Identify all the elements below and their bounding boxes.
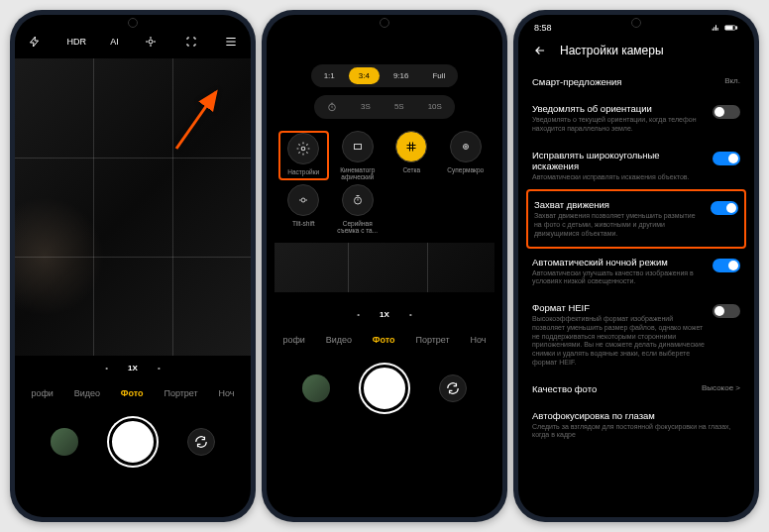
switch-camera-button[interactable] xyxy=(187,428,215,456)
tool-tiltshift[interactable]: Tilt-shift xyxy=(278,184,329,234)
zoom-wide[interactable]: • xyxy=(357,310,360,319)
shutter-button[interactable] xyxy=(109,418,157,466)
camera-notch xyxy=(128,18,138,28)
mode-night[interactable]: Ноч xyxy=(471,335,487,345)
signal-icon xyxy=(711,24,720,32)
camera-options-panel: 1:1 3:4 9:16 Full 3S 5S 10S Настройки Ки… xyxy=(267,54,502,302)
setting-description: Высокоэффективный формат изображений поз… xyxy=(532,315,705,368)
setting-description: Автоматически улучшать качество изображе… xyxy=(532,269,705,287)
page-title: Настройки камеры xyxy=(560,44,664,57)
mode-pro[interactable]: рофи xyxy=(31,388,53,398)
aspect-ratio-selector: 1:1 3:4 9:16 Full xyxy=(311,64,459,87)
mode-video[interactable]: Видео xyxy=(326,335,352,345)
timer-3s[interactable]: 3S xyxy=(351,98,381,116)
tool-burst[interactable]: Серийная съемка с та... xyxy=(333,184,384,234)
switch-camera-button[interactable] xyxy=(439,374,467,402)
tool-tiltshift-label: Tilt-shift xyxy=(292,220,315,227)
mode-video[interactable]: Видео xyxy=(74,388,100,398)
setting-smart-suggestions[interactable]: Смарт-предложения Вкл. xyxy=(532,68,740,95)
tool-macro-label: Супермакро xyxy=(447,166,484,173)
zoom-selector: • 1X • xyxy=(267,302,502,327)
setting-motion-capture: Захват движения Захват движения позволяе… xyxy=(526,189,746,248)
zoom-1x[interactable]: 1X xyxy=(380,310,389,319)
toggle-switch[interactable] xyxy=(713,152,740,165)
tool-settings[interactable]: Настройки xyxy=(278,131,329,180)
camera-app-screen-expanded: 1:1 3:4 9:16 Full 3S 5S 10S Настройки Ки… xyxy=(267,15,502,517)
back-icon[interactable] xyxy=(532,43,548,58)
timer-icon[interactable] xyxy=(317,98,347,116)
gallery-thumbnail[interactable] xyxy=(302,374,330,402)
timer-selector: 3S 5S 10S xyxy=(314,95,455,119)
mode-portrait[interactable]: Портрет xyxy=(164,388,197,398)
toggle-switch[interactable] xyxy=(713,105,740,119)
setting-photo-quality[interactable]: Качество фото Высокое > xyxy=(532,375,740,402)
toggle-switch[interactable] xyxy=(713,304,740,318)
filter-icon[interactable] xyxy=(143,34,159,50)
tool-settings-label: Настройки xyxy=(287,168,319,175)
setting-eye-autofocus: Автофокусировка по глазам Следить за взг… xyxy=(532,402,740,449)
toggle-switch[interactable] xyxy=(713,259,740,272)
mode-pro[interactable]: рофи xyxy=(282,335,304,345)
camera-app-screen: HDR AI • 1X • рофи Видео Фото Портрет Но… xyxy=(15,15,251,517)
burst-icon xyxy=(342,184,374,216)
shutter-row xyxy=(15,406,251,478)
setting-label: Захват движения xyxy=(534,199,703,210)
mode-portrait[interactable]: Портрет xyxy=(415,335,449,345)
settings-screen: 8:58 Настройки камеры Смарт-предложения … xyxy=(518,15,754,517)
tiltshift-icon xyxy=(287,184,319,216)
setting-label: Качество фото xyxy=(532,383,597,394)
aspect-9-16[interactable]: 9:16 xyxy=(384,67,419,84)
shutter-button[interactable] xyxy=(361,365,408,412)
setting-label: Смарт-предложения xyxy=(532,76,621,87)
zoom-tele[interactable]: • xyxy=(158,364,161,372)
zoom-wide[interactable]: • xyxy=(105,364,108,372)
timer-5s[interactable]: 5S xyxy=(384,98,414,116)
setting-label: Исправлять широкоугольные искажения xyxy=(532,150,705,171)
aspect-1-1[interactable]: 1:1 xyxy=(314,67,345,84)
svg-point-5 xyxy=(463,145,468,150)
setting-label: Автофокусировка по глазам xyxy=(532,410,740,421)
tool-grid[interactable]: Сетка xyxy=(386,131,437,180)
aspect-3-4[interactable]: 3:4 xyxy=(349,67,380,84)
tool-grid-label: Сетка xyxy=(402,166,420,173)
annotation-arrow xyxy=(171,84,231,154)
mode-night[interactable]: Ноч xyxy=(219,388,235,398)
svg-rect-11 xyxy=(736,27,737,29)
svg-point-0 xyxy=(149,40,153,44)
lens-glare xyxy=(15,197,104,316)
tool-cinematic[interactable]: Кинематогр афический xyxy=(333,131,384,180)
setting-value: Высокое > xyxy=(702,383,740,394)
gallery-thumbnail[interactable] xyxy=(51,428,78,456)
phone-frame-3: 8:58 Настройки камеры Смарт-предложения … xyxy=(513,10,759,522)
status-icons xyxy=(711,23,738,33)
aspect-full[interactable]: Full xyxy=(422,67,455,84)
focus-icon[interactable] xyxy=(183,34,199,50)
setting-orientation-notify: Уведомлять об ориентации Уведомлять о те… xyxy=(532,95,740,142)
setting-wide-angle-correction: Исправлять широкоугольные искажения Авто… xyxy=(532,142,740,190)
mode-selector: рофи Видео Фото Портрет Ноч xyxy=(15,380,251,406)
setting-heif-format: Формат HEIF Высокоэффективный формат изо… xyxy=(532,294,740,375)
shutter-row xyxy=(267,353,502,424)
setting-label: Автоматический ночной режим xyxy=(532,257,705,267)
ai-toggle[interactable]: AI xyxy=(110,37,119,47)
settings-icon xyxy=(287,133,319,164)
zoom-tele[interactable]: • xyxy=(409,310,412,319)
settings-list[interactable]: Смарт-предложения Вкл. Уведомлять об ори… xyxy=(518,68,754,448)
setting-label: Уведомлять об ориентации xyxy=(532,103,705,114)
zoom-selector: • 1X • xyxy=(15,356,251,380)
flash-icon[interactable] xyxy=(27,34,43,50)
mode-photo[interactable]: Фото xyxy=(373,335,395,345)
mode-photo[interactable]: Фото xyxy=(121,388,144,398)
menu-icon[interactable] xyxy=(223,34,239,50)
zoom-1x[interactable]: 1X xyxy=(128,364,138,372)
phone-frame-2: 1:1 3:4 9:16 Full 3S 5S 10S Настройки Ки… xyxy=(262,10,507,522)
tool-macro[interactable]: Супермакро xyxy=(441,131,492,180)
status-time: 8:58 xyxy=(534,23,552,33)
hdr-toggle[interactable]: HDR xyxy=(66,37,86,47)
timer-10s[interactable]: 10S xyxy=(418,98,452,116)
camera-viewfinder[interactable] xyxy=(275,243,494,292)
toggle-switch[interactable] xyxy=(711,201,738,215)
phone-frame-1: HDR AI • 1X • рофи Видео Фото Портрет Но… xyxy=(10,10,256,522)
svg-line-1 xyxy=(176,92,216,149)
setting-description: Следить за взглядом для постоянной фокус… xyxy=(532,423,740,441)
